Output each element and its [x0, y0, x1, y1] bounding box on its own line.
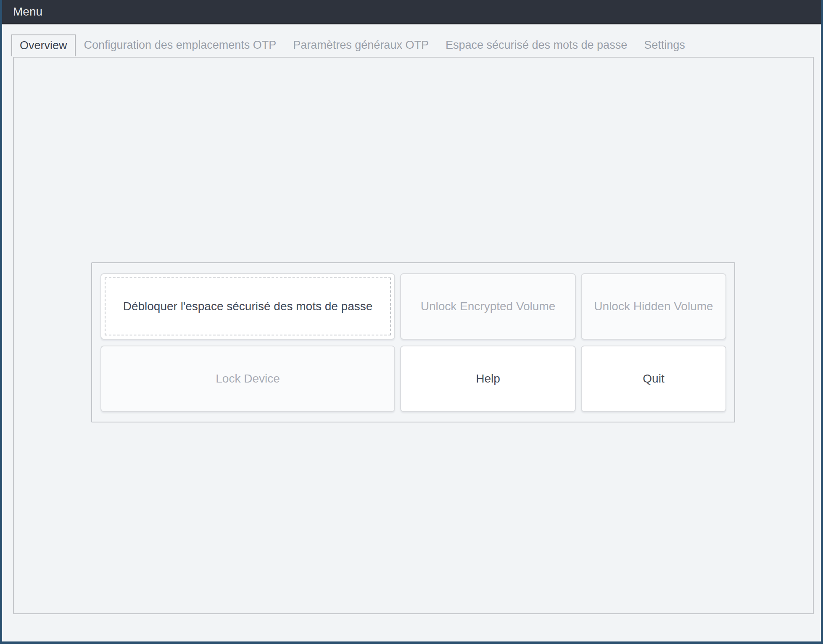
tab-password-safe[interactable]: Espace sécurisé des mots de passe — [437, 34, 636, 55]
tab-bar: Overview Configuration des emplacements … — [2, 24, 821, 55]
tab-otp-general-settings[interactable]: Paramètres généraux OTP — [285, 34, 437, 55]
menu-bar: Menu — [2, 0, 821, 24]
help-button[interactable]: Help — [400, 346, 576, 412]
unlock-encrypted-volume-button[interactable]: Unlock Encrypted Volume — [400, 273, 576, 340]
actions-group-box: Débloquer l'espace sécurisé des mots de … — [91, 262, 735, 422]
lock-device-button[interactable]: Lock Device — [100, 346, 395, 412]
actions-button-grid: Débloquer l'espace sécurisé des mots de … — [100, 273, 726, 412]
tab-overview[interactable]: Overview — [11, 34, 76, 56]
tab-settings[interactable]: Settings — [636, 34, 694, 55]
quit-button[interactable]: Quit — [581, 346, 726, 412]
tab-otp-slot-configuration[interactable]: Configuration des emplacements OTP — [76, 34, 285, 55]
unlock-hidden-volume-button[interactable]: Unlock Hidden Volume — [581, 273, 726, 340]
unlock-password-safe-button[interactable]: Débloquer l'espace sécurisé des mots de … — [100, 273, 395, 340]
overview-tab-pane: Débloquer l'espace sécurisé des mots de … — [13, 57, 814, 614]
menu-button[interactable]: Menu — [5, 0, 51, 23]
